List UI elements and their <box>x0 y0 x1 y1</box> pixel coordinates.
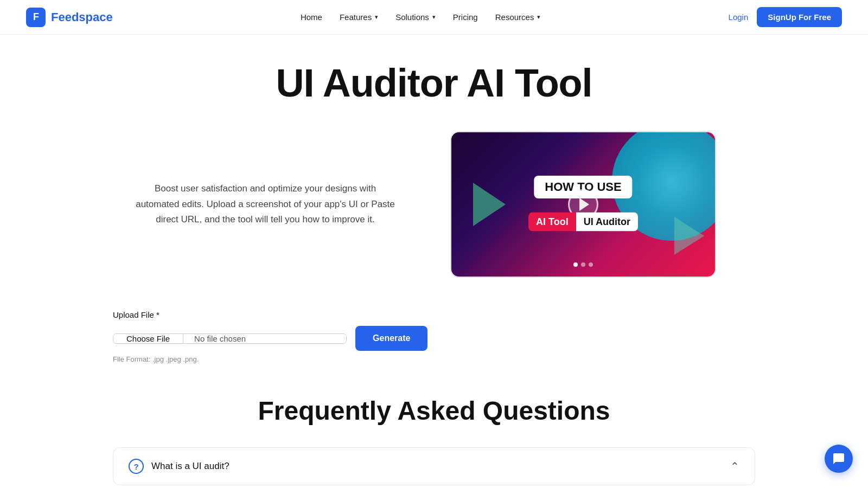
hero-body: Boost user satisfaction and optimize you… <box>113 131 755 278</box>
features-dropdown-arrow: ▾ <box>375 14 378 21</box>
login-button[interactable]: Login <box>729 12 749 22</box>
faq-item-left: ? What is a UI audit? <box>129 459 229 474</box>
resources-dropdown-arrow: ▾ <box>537 14 540 21</box>
generate-button[interactable]: Generate <box>355 326 427 351</box>
faq-title: Frequently Asked Questions <box>113 396 755 426</box>
nav-pricing[interactable]: Pricing <box>453 12 478 22</box>
faq-question-icon: ? <box>129 459 144 474</box>
video-arrow-left <box>473 183 506 226</box>
video-arrow-right <box>674 217 704 255</box>
nav-links: Home Features ▾ Solutions ▾ Pricing Reso… <box>301 12 541 22</box>
nav-features[interactable]: Features ▾ <box>340 12 378 22</box>
main-content: UI Auditor AI Tool Boost user satisfacti… <box>87 61 781 485</box>
chat-widget[interactable] <box>825 445 853 473</box>
nav-solutions[interactable]: Solutions ▾ <box>395 12 436 22</box>
logo-text: Feedspace <box>51 10 113 24</box>
upload-section: Upload File * Choose File No file chosen… <box>113 310 755 363</box>
hero-description: Boost user satisfaction and optimize you… <box>135 181 395 228</box>
nav-actions: Login SignUp For Free <box>729 7 842 27</box>
nav-home[interactable]: Home <box>301 12 322 22</box>
solutions-dropdown-arrow: ▾ <box>432 14 436 21</box>
faq-chevron-icon: ⌃ <box>730 460 739 473</box>
choose-file-button[interactable]: Choose File <box>113 334 183 343</box>
nav-resources[interactable]: Resources ▾ <box>495 12 541 22</box>
video-label-bottom: AI Tool UI Auditor <box>528 212 638 231</box>
faq-section: Frequently Asked Questions ? What is a U… <box>113 396 755 485</box>
upload-label: Upload File * <box>113 310 755 319</box>
faq-question-text: What is a UI audit? <box>151 461 229 472</box>
file-name-display: No file chosen <box>183 334 346 343</box>
video-label-red: AI Tool <box>528 212 576 231</box>
video-label-white: UI Auditor <box>576 212 638 231</box>
chat-icon <box>832 452 845 465</box>
navbar: F Feedspace Home Features ▾ Solutions ▾ … <box>0 0 868 35</box>
logo[interactable]: F Feedspace <box>26 8 113 27</box>
file-format-hint: File Format: .jpg .jpeg .png. <box>113 355 755 363</box>
video-dot-3 <box>589 262 593 267</box>
logo-icon: F <box>26 8 46 27</box>
video-dot-2 <box>581 262 585 267</box>
upload-row: Choose File No file chosen Generate <box>113 326 755 351</box>
video-thumbnail[interactable]: HOW TO USE AI Tool UI Auditor <box>450 131 716 278</box>
signup-button[interactable]: SignUp For Free <box>757 7 842 27</box>
hero-video-area: HOW TO USE AI Tool UI Auditor <box>450 131 755 278</box>
video-dot-1 <box>573 262 578 267</box>
hero-description-area: Boost user satisfaction and optimize you… <box>113 181 418 228</box>
video-dots <box>573 262 593 267</box>
faq-item[interactable]: ? What is a UI audit? ⌃ <box>113 447 755 485</box>
file-input-wrapper: Choose File No file chosen <box>113 333 347 344</box>
page-title: UI Auditor AI Tool <box>113 61 755 105</box>
